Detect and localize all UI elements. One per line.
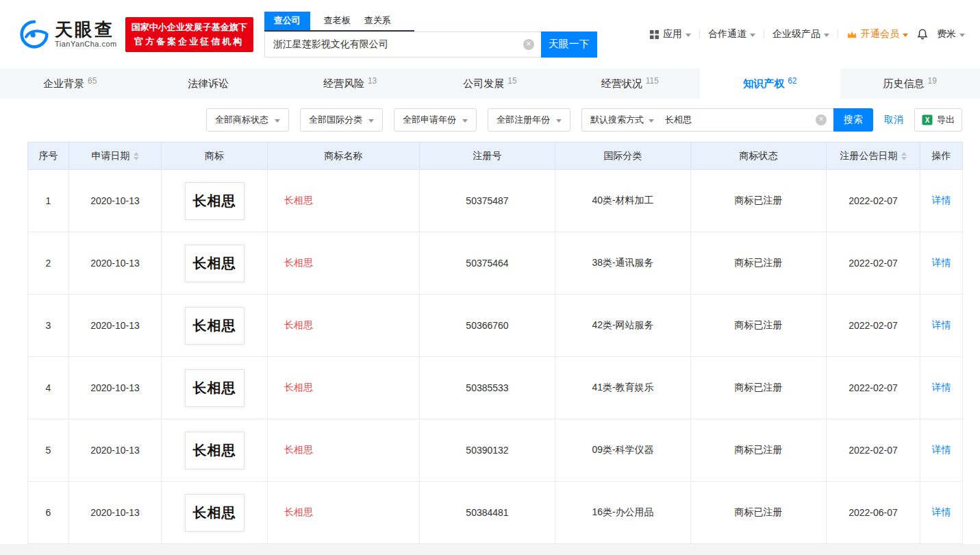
filter-intl-class[interactable]: 全部国际分类: [300, 108, 383, 132]
company-search-input[interactable]: [265, 39, 541, 50]
trademark-image[interactable]: 长相思: [185, 307, 244, 345]
tab-company-development[interactable]: 公司发展15: [420, 69, 560, 99]
tab-intellectual-property[interactable]: 知识产权62: [700, 69, 840, 99]
cell-reg-no: 50384481: [420, 482, 555, 544]
cell-status: 商标已注册: [691, 482, 827, 544]
tab-operating-status[interactable]: 经营状况115: [560, 69, 700, 99]
cell-status: 商标已注册: [691, 232, 827, 295]
cell-action: 详情: [920, 357, 963, 419]
tianyancha-logo[interactable]: 天眼查 TianYanCha.com: [19, 19, 117, 49]
col-action: 操作: [920, 143, 963, 170]
trademark-keyword-box[interactable]: 默认搜索方式 长相思 ×: [581, 108, 833, 132]
nav-user-account[interactable]: 费米: [937, 28, 965, 40]
sort-icon[interactable]: [901, 152, 907, 160]
header-search-area: 查公司 查老板 查关系 × 天眼一下: [264, 12, 597, 58]
excel-icon: X: [922, 114, 933, 125]
trademark-image[interactable]: 长相思: [185, 432, 244, 469]
filter-trademark-status[interactable]: 全部商标状态: [206, 108, 289, 132]
company-section-tabs: 企业背景65 法律诉讼 经营风险13 公司发展15 经营状况115 知识产权62…: [0, 69, 980, 99]
trademark-image[interactable]: 长相思: [185, 182, 244, 220]
detail-link[interactable]: 详情: [932, 319, 951, 330]
cell-action: 详情: [920, 295, 963, 357]
cell-apply-date: 2020-10-13: [69, 357, 162, 419]
nav-enterprise-products[interactable]: 企业级产品: [772, 28, 829, 40]
chevron-down-icon: [556, 119, 562, 123]
trademark-image[interactable]: 长相思: [185, 369, 244, 407]
nav-user-label: 费米: [937, 28, 956, 40]
tab-history-info[interactable]: 历史信息19: [840, 69, 980, 99]
tianyan-search-button[interactable]: 天眼一下: [541, 32, 597, 58]
cell-apply-date: 2020-10-13: [69, 419, 162, 482]
sort-icon[interactable]: [134, 152, 139, 160]
tab-operating-risk[interactable]: 经营风险13: [280, 69, 420, 99]
col-intl-class: 国际分类: [555, 143, 691, 170]
tab-legal-litigation[interactable]: 法律诉讼: [140, 69, 279, 99]
table-header-row: 序号 申请日期 商标 商标名称 注册号 国际分类 商标状态 注册公告日期 操作: [28, 143, 963, 170]
detail-link[interactable]: 详情: [932, 506, 951, 517]
brand-domain: TianYanCha.com: [55, 40, 117, 48]
nav-vip-membership[interactable]: 开通会员: [846, 28, 908, 40]
search-mode-dropdown[interactable]: 默认搜索方式: [590, 114, 654, 126]
cert-badge-line2: 官方备案企业征信机构: [131, 36, 247, 48]
table-row: 6 2020-10-13 长相思 长相思 50384481 16类-办公用品 商…: [28, 482, 963, 544]
cell-announce-date: 2022-02-07: [827, 357, 920, 419]
nav-notifications[interactable]: [916, 28, 929, 40]
cell-reg-no: 50375487: [420, 170, 555, 232]
cell-no: 1: [28, 170, 69, 232]
cell-name: 长相思: [268, 170, 420, 232]
cell-status: 商标已注册: [691, 295, 827, 357]
cell-status: 商标已注册: [691, 357, 827, 419]
clear-icon[interactable]: ×: [523, 39, 534, 50]
trademark-image[interactable]: 长相思: [185, 245, 244, 282]
table-row: 2 2020-10-13 长相思 长相思 50375464 38类-通讯服务 商…: [28, 232, 963, 295]
detail-link[interactable]: 详情: [932, 257, 951, 268]
cancel-link[interactable]: 取消: [884, 114, 903, 126]
cell-intl-class: 40类-材料加工: [555, 170, 691, 232]
chevron-down-icon: [824, 34, 829, 37]
cell-mark: 长相思: [162, 295, 268, 357]
table-row: 3 2020-10-13 长相思 长相思 50366760 42类-网站服务 商…: [28, 295, 963, 357]
nav-partner[interactable]: 合作通道: [708, 28, 755, 40]
cell-reg-no: 50366760: [420, 295, 555, 357]
search-tab-company[interactable]: 查公司: [264, 12, 310, 30]
col-announce-date[interactable]: 注册公告日期: [827, 143, 920, 170]
detail-link[interactable]: 详情: [932, 444, 951, 455]
search-tab-boss[interactable]: 查老板: [324, 12, 351, 30]
cert-badge-line1: 国家中小企业发展子基金旗下: [131, 21, 247, 34]
filter-reg-year[interactable]: 全部注册年份: [488, 108, 570, 132]
cell-mark: 长相思: [162, 232, 268, 295]
cell-intl-class: 38类-通讯服务: [555, 232, 691, 295]
cell-apply-date: 2020-10-13: [69, 295, 162, 357]
tab-company-background[interactable]: 企业背景65: [0, 69, 140, 99]
chevron-down-icon: [649, 119, 654, 123]
trademark-filters: 全部商标状态 全部国际分类 全部申请年份 全部注册年份 默认搜索方式 长相思 ×…: [27, 108, 962, 132]
nav-vip-label: 开通会员: [861, 28, 899, 40]
svg-text:X: X: [925, 116, 930, 124]
trademark-image[interactable]: 长相思: [185, 494, 244, 532]
filter-apply-year[interactable]: 全部申请年份: [394, 108, 477, 132]
detail-link[interactable]: 详情: [932, 382, 951, 393]
cell-no: 2: [28, 232, 69, 295]
nav-enterprise-label: 企业级产品: [772, 28, 820, 40]
chevron-down-icon: [368, 119, 374, 123]
cell-no: 3: [28, 295, 69, 357]
cell-announce-date: 2022-02-07: [827, 232, 920, 295]
cell-name: 长相思: [268, 482, 420, 544]
cell-action: 详情: [920, 419, 963, 482]
nav-apps-label: 应用: [663, 28, 682, 40]
export-button[interactable]: X 导出: [914, 108, 962, 132]
clear-icon[interactable]: ×: [816, 114, 827, 125]
detail-link[interactable]: 详情: [932, 195, 951, 206]
cell-name: 长相思: [268, 357, 420, 419]
cell-mark: 长相思: [162, 482, 268, 544]
cell-no: 5: [28, 419, 69, 482]
search-button[interactable]: 搜索: [833, 108, 873, 132]
table-row: 4 2020-10-13 长相思 长相思 50385533 41类-教育娱乐 商…: [28, 357, 963, 419]
search-tab-relation[interactable]: 查关系: [364, 12, 391, 30]
cell-announce-date: 2022-06-07: [827, 482, 920, 544]
nav-apps[interactable]: 应用: [649, 28, 691, 40]
col-reg-no: 注册号: [420, 143, 555, 170]
divider: [838, 29, 838, 39]
cell-mark: 长相思: [162, 419, 268, 482]
col-apply-date[interactable]: 申请日期: [69, 143, 162, 170]
